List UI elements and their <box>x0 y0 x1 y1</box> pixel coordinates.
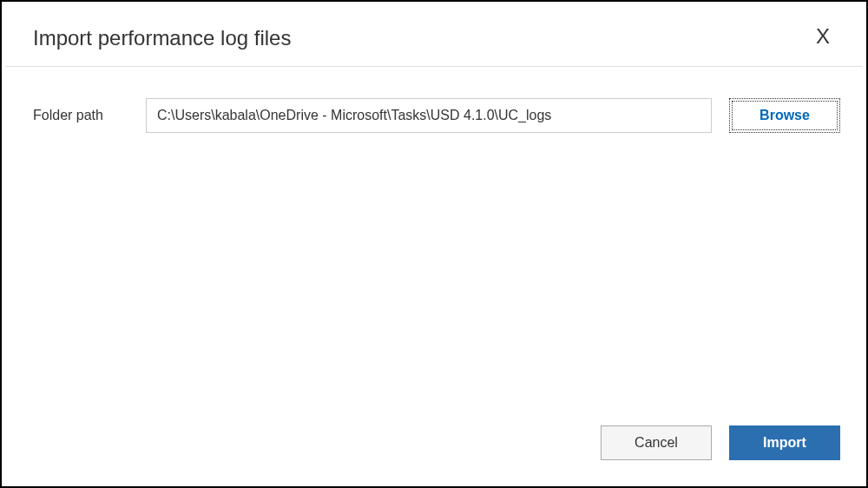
close-button[interactable]: X <box>811 26 835 47</box>
cancel-button[interactable]: Cancel <box>601 425 712 460</box>
dialog-header: Import performance log files X <box>5 2 863 67</box>
import-button[interactable]: Import <box>729 425 840 460</box>
dialog-title: Import performance log files <box>33 26 291 50</box>
import-dialog: Import performance log files X Folder pa… <box>0 0 868 488</box>
browse-button[interactable]: Browse <box>729 98 840 133</box>
dialog-footer: Cancel Import <box>601 425 840 460</box>
dialog-body: Folder path Browse <box>2 67 866 133</box>
folder-path-label: Folder path <box>33 108 128 123</box>
folder-path-input[interactable] <box>146 98 712 133</box>
